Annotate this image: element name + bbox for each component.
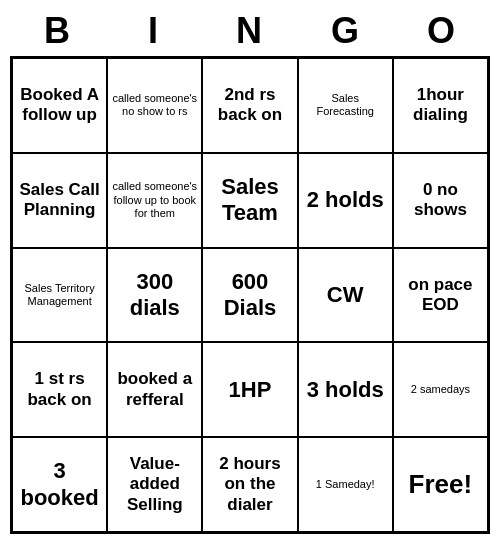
bingo-cell-11[interactable]: 300 dials <box>107 248 202 343</box>
bingo-cell-13[interactable]: CW <box>298 248 393 343</box>
bingo-cell-19[interactable]: 2 samedays <box>393 342 488 437</box>
bingo-title: B I N G O <box>10 10 490 52</box>
title-o: O <box>398 10 486 52</box>
bingo-cell-3[interactable]: Sales Forecasting <box>298 58 393 153</box>
title-i: I <box>110 10 198 52</box>
bingo-cell-23[interactable]: 1 Sameday! <box>298 437 393 532</box>
bingo-cell-18[interactable]: 3 holds <box>298 342 393 437</box>
title-b: B <box>14 10 102 52</box>
bingo-cell-2[interactable]: 2nd rs back on <box>202 58 297 153</box>
bingo-cell-7[interactable]: Sales Team <box>202 153 297 248</box>
bingo-cell-22[interactable]: 2 hours on the dialer <box>202 437 297 532</box>
bingo-cell-5[interactable]: Sales Call Planning <box>12 153 107 248</box>
bingo-cell-16[interactable]: booked a refferal <box>107 342 202 437</box>
bingo-cell-20[interactable]: 3 booked <box>12 437 107 532</box>
bingo-cell-1[interactable]: called someone's no show to rs <box>107 58 202 153</box>
title-g: G <box>302 10 390 52</box>
bingo-cell-24[interactable]: Free! <box>393 437 488 532</box>
bingo-cell-15[interactable]: 1 st rs back on <box>12 342 107 437</box>
bingo-cell-4[interactable]: 1hour dialing <box>393 58 488 153</box>
bingo-cell-14[interactable]: on pace EOD <box>393 248 488 343</box>
title-n: N <box>206 10 294 52</box>
bingo-cell-21[interactable]: Value-added Selling <box>107 437 202 532</box>
bingo-cell-12[interactable]: 600 Dials <box>202 248 297 343</box>
bingo-cell-10[interactable]: Sales Territory Management <box>12 248 107 343</box>
bingo-cell-17[interactable]: 1HP <box>202 342 297 437</box>
bingo-cell-8[interactable]: 2 holds <box>298 153 393 248</box>
bingo-grid: Booked A follow upcalled someone's no sh… <box>10 56 490 534</box>
bingo-cell-6[interactable]: called someone's follow up to book for t… <box>107 153 202 248</box>
bingo-cell-9[interactable]: 0 no shows <box>393 153 488 248</box>
bingo-cell-0[interactable]: Booked A follow up <box>12 58 107 153</box>
